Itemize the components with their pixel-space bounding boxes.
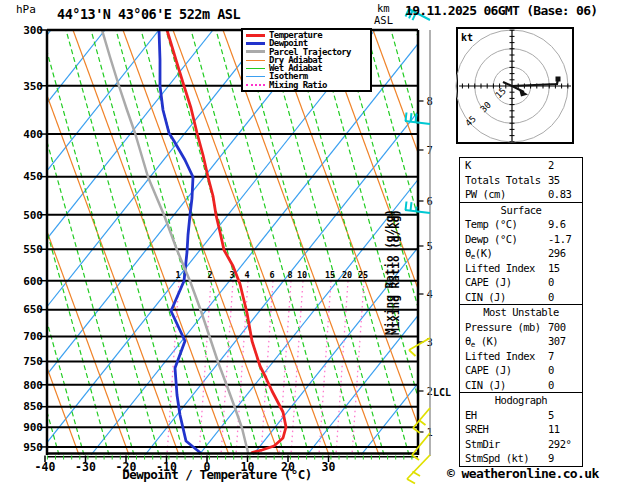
index-label: StmSpd (kt): [465, 451, 548, 466]
mixing-ratio-value-label: 3: [229, 270, 234, 280]
index-value: 35: [548, 173, 560, 188]
altitude-unit-asl: ASL: [374, 14, 393, 26]
index-value: 9: [548, 451, 554, 466]
index-value: 5: [548, 408, 554, 423]
adiabat-isotherm-line: [316, 30, 434, 455]
wind-barb: [412, 433, 430, 455]
legend-line-sample: [246, 42, 265, 45]
index-value: 2: [548, 158, 554, 173]
wind-barb: [406, 202, 407, 211]
pressure-label: 750: [23, 355, 43, 368]
lcl-marker-label: LCL: [433, 387, 451, 398]
index-value: 11: [548, 422, 560, 437]
mixing-ratio-line: [352, 281, 364, 455]
indices-row: Dewp (°C)-1.7: [460, 232, 582, 247]
index-label: CIN (J): [465, 378, 548, 393]
indices-row: θe(K)296: [460, 246, 582, 261]
hodograph-unit-label: kt: [461, 32, 473, 43]
indices-row: StmDir292°: [460, 437, 582, 452]
legend-item: Mixing Ratio: [246, 81, 370, 89]
index-value: 0: [548, 290, 554, 305]
hodograph-trace-end-marker: [556, 77, 561, 82]
indices-row: θe (K)307: [460, 334, 582, 349]
indices-row: Lifted Index15: [460, 261, 582, 276]
indices-row: Lifted Index7: [460, 349, 582, 364]
adiabat-isotherm-line: [273, 30, 429, 455]
index-value: 292°: [548, 437, 571, 452]
index-value: -1.7: [548, 232, 571, 247]
index-value: 0: [548, 378, 554, 393]
index-value: 0.83: [548, 187, 571, 202]
index-value: 0: [548, 275, 554, 290]
indices-row: K2: [460, 158, 582, 173]
legend-line-sample: [246, 50, 265, 53]
index-label: θe(K): [465, 246, 548, 261]
legend: TemperatureDewpointParcel TrajectoryDry …: [241, 28, 372, 92]
adiabat-isotherm-line: [241, 30, 359, 455]
mixing-ratio-value-label: 2: [207, 270, 212, 280]
index-value: 296: [548, 246, 565, 261]
mixing-ratio-value-label: 10: [297, 270, 307, 280]
index-label: Totals Totals: [465, 173, 548, 188]
station-title: 44°13'N 43°06'E 522m ASL: [57, 6, 240, 22]
adiabat-isotherm-line: [0, 30, 9, 455]
index-label: Lifted Index: [465, 261, 548, 276]
adiabat-isotherm-line: [223, 30, 379, 455]
hodograph: 153045: [456, 28, 573, 143]
wind-barb: [411, 113, 412, 122]
indices-row: StmSpd (kt)9: [460, 451, 582, 466]
wind-barb: [409, 350, 416, 356]
legend-item: Wet Adiabat: [246, 64, 370, 72]
wind-barb: [407, 479, 415, 484]
pressure-label: 900: [23, 421, 43, 434]
indices-row: CIN (J)0: [460, 290, 582, 305]
pressure-label: 800: [23, 379, 43, 392]
legend-item: Temperature: [246, 31, 370, 39]
pressure-label: 450: [23, 170, 43, 183]
index-value: 0: [548, 363, 554, 378]
index-label: SREH: [465, 422, 548, 437]
indices-row: CAPE (J)0: [460, 363, 582, 378]
pressure-label: 850: [23, 400, 43, 413]
index-label: Temp (°C): [465, 217, 548, 232]
altitude-unit-km: km: [377, 2, 390, 14]
parcel-trajectory-curve: [102, 30, 248, 453]
mixing-ratio-value-label: 6: [269, 270, 274, 280]
wind-barb: [416, 207, 417, 212]
indices-row: EH5: [460, 408, 582, 423]
legend-line-sample: [246, 84, 265, 86]
index-label: CAPE (J): [465, 275, 548, 290]
mixing-ratio-value-label: 25: [358, 270, 368, 280]
index-label: θe (K): [465, 334, 548, 349]
adiabat-isotherm-line: [0, 30, 129, 455]
pressure-label: 700: [23, 330, 43, 343]
temp-tick-label: -30: [75, 460, 96, 474]
pressure-gridlines: [47, 30, 418, 447]
adiabat-isotherm-line: [91, 30, 209, 455]
legend-line-sample: [246, 76, 265, 77]
indices-row: CIN (J)0: [460, 378, 582, 393]
legend-item-label: Mixing Ratio: [269, 81, 327, 89]
mixing-ratio-value-label: 8: [287, 270, 292, 280]
temp-tick-label: 30: [322, 460, 336, 474]
wind-barb: [406, 113, 407, 122]
pressure-unit-label: hPa: [16, 3, 36, 16]
indices-row: CAPE (J)0: [460, 275, 582, 290]
wind-barb: [413, 472, 421, 477]
index-label: PW (cm): [465, 187, 548, 202]
indices-row: Pressure (mb)700: [460, 320, 582, 335]
index-value: 307: [548, 334, 565, 349]
indices-row: Temp (°C)9.6: [460, 217, 582, 232]
legend-line-sample: [246, 60, 265, 61]
pressure-label: 550: [23, 243, 43, 256]
adiabat-isotherm-line: [123, 30, 279, 455]
sounding-curves: [102, 30, 286, 453]
adiabat-isotherm-line: [216, 30, 334, 455]
pressure-label: 950: [23, 441, 43, 454]
pressure-label: 350: [23, 80, 43, 93]
index-label: K: [465, 158, 548, 173]
pressure-label: 500: [23, 209, 43, 222]
skewt-sounding-page: 1234681015202530035040045050055060065070…: [0, 0, 629, 486]
pressure-label: 400: [23, 128, 43, 141]
mixing-ratio-value-label: 15: [325, 270, 335, 280]
